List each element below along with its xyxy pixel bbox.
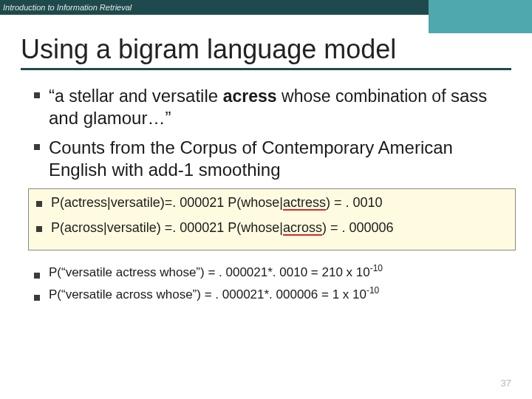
p1-b: ) = . 0010 bbox=[326, 195, 383, 210]
page-number: 37 bbox=[501, 378, 511, 389]
p4-exp: -10 bbox=[366, 286, 379, 296]
highlight-box: P(actress|versatile)=. 000021 P(whose|ac… bbox=[28, 188, 516, 251]
quote-bold: acress bbox=[223, 86, 277, 106]
p1-underline: actress bbox=[283, 195, 326, 210]
p3-a: P(“versatile actress whose”) = . 000021*… bbox=[49, 265, 370, 279]
bullet-p1: P(actress|versatile)=. 000021 P(whose|ac… bbox=[35, 194, 509, 211]
p3-exp: -10 bbox=[370, 264, 383, 274]
bullet-p3: P(“versatile actress whose”) = . 000021*… bbox=[33, 265, 516, 280]
accent-block bbox=[429, 0, 532, 33]
quote-t2: versatile bbox=[152, 86, 223, 106]
slide-content: “a stellar and versatile acress whose co… bbox=[33, 85, 516, 303]
p2-underline: across bbox=[283, 220, 322, 235]
bullet-p2: P(across|versatile) =. 000021 P(whose|ac… bbox=[35, 219, 509, 236]
p2-b: ) = . 000006 bbox=[322, 220, 394, 235]
bullet-corpus: Counts from the Corpus of Contemporary A… bbox=[33, 137, 516, 181]
quote-t3: whose combination of bbox=[277, 86, 451, 106]
open-quote: “ bbox=[49, 86, 55, 106]
bullet-quote: “a stellar and versatile acress whose co… bbox=[33, 85, 516, 129]
quote-t1: a stellar and bbox=[55, 86, 152, 106]
corpus-text: Counts from the Corpus of Contemporary A… bbox=[49, 137, 453, 180]
p4-a: P(“versatile across whose”) = . 000021*.… bbox=[49, 287, 366, 301]
bullet-p4: P(“versatile across whose”) = . 000021*.… bbox=[33, 287, 516, 302]
title-area: Using a bigram language model bbox=[21, 35, 511, 70]
slide-title: Using a bigram language model bbox=[21, 35, 511, 66]
p2-a: P(across|versatile) =. 000021 P(whose| bbox=[51, 220, 283, 235]
p1-a: P(actress|versatile)=. 000021 P(whose| bbox=[51, 195, 283, 210]
header-label: Introduction to Information Retrieval bbox=[3, 3, 132, 12]
close-quote: ” bbox=[165, 108, 171, 128]
title-rule bbox=[21, 68, 511, 70]
